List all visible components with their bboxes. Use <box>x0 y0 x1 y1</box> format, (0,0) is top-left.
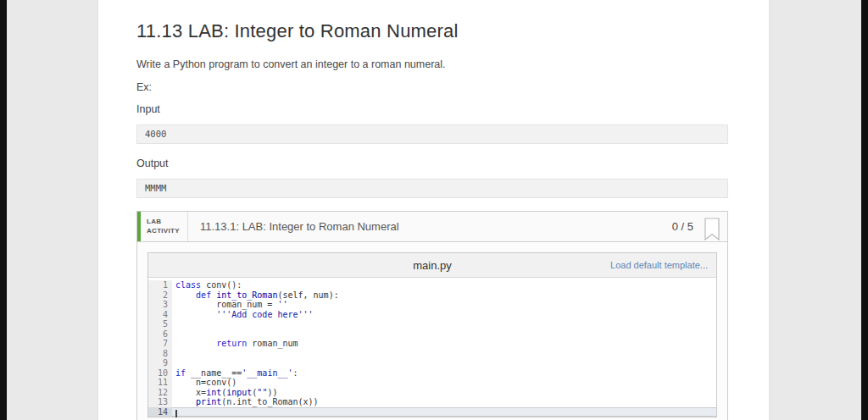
code-text <box>172 407 716 417</box>
code-line: 8 <box>148 349 716 359</box>
right-edge-bar <box>861 0 868 420</box>
code-text: print(n.int_to_Roman(x)) <box>172 397 716 407</box>
activity-score: 0 / 5 <box>672 220 693 233</box>
code-line: 12 x=int(input("")) <box>148 388 716 398</box>
line-number: 9 <box>148 358 172 368</box>
screen: 11.13 LAB: Integer to Roman Numeral Writ… <box>0 0 868 420</box>
lab-activity-header: LAB ACTIVITY 11.13.1: LAB: Integer to Ro… <box>137 212 727 242</box>
lab-badge-line2: ACTIVITY <box>147 227 187 236</box>
example-input-box: 4000 <box>136 124 728 144</box>
line-number: 4 <box>148 310 172 320</box>
line-number: 8 <box>148 349 172 359</box>
code-text: class conv(): <box>172 280 716 290</box>
input-label: Input <box>136 103 728 115</box>
line-number: 13 <box>148 397 172 407</box>
problem-description: Write a Python program to convert an int… <box>136 58 728 70</box>
line-number: 7 <box>148 339 172 349</box>
code-line: 14 <box>148 407 716 417</box>
code-lines[interactable]: 1class conv():2 def int_to_Roman(self, n… <box>148 278 716 417</box>
code-text: roman_num = '' <box>172 300 716 310</box>
line-number: 11 <box>148 378 172 388</box>
lab-badge: LAB ACTIVITY <box>141 212 188 241</box>
example-output-box: MMMM <box>136 179 728 198</box>
lab-activity-card: LAB ACTIVITY 11.13.1: LAB: Integer to Ro… <box>136 211 728 420</box>
code-text: if __name__=='__main__': <box>172 368 716 379</box>
code-line: 4 '''Add code here''' <box>148 310 716 320</box>
lab-card-body: main.py Load default template... 1class … <box>137 242 727 420</box>
code-text: n=conv() <box>172 378 716 388</box>
code-text: return roman_num <box>172 339 716 349</box>
code-line: 1class conv(): <box>148 280 716 290</box>
left-edge-bar <box>0 0 7 420</box>
activity-title: 11.13.1: LAB: Integer to Roman Numeral <box>188 212 672 241</box>
code-line: 11 n=conv() <box>148 378 716 388</box>
code-line: 5 <box>148 319 716 329</box>
text-cursor <box>175 410 177 417</box>
output-label: Output <box>136 158 728 169</box>
line-number: 5 <box>148 319 172 329</box>
code-line: 13 print(n.int_to_Roman(x)) <box>148 397 716 407</box>
code-text <box>172 358 716 368</box>
bookmark-icon <box>704 218 721 240</box>
code-text <box>172 319 716 329</box>
line-number: 2 <box>148 290 172 301</box>
code-line: 2 def int_to_Roman(self, num): <box>148 290 716 301</box>
line-number: 12 <box>148 388 172 398</box>
editor-header: main.py Load default template... <box>148 253 716 278</box>
editor-filename: main.py <box>413 259 452 272</box>
line-number: 1 <box>148 280 172 290</box>
code-line: 9 <box>148 358 716 368</box>
code-line: 7 return roman_num <box>148 339 716 349</box>
code-text: def int_to_Roman(self, num): <box>172 290 716 301</box>
code-line: 10if __name__=='__main__': <box>148 368 716 379</box>
code-line: 3 roman_num = '' <box>148 300 716 310</box>
load-default-template-link[interactable]: Load default template... <box>610 260 708 270</box>
page-title: 11.13 LAB: Integer to Roman Numeral <box>136 20 728 42</box>
code-text: '''Add code here''' <box>172 310 716 320</box>
example-label: Ex: <box>136 81 728 93</box>
line-number: 10 <box>148 368 172 379</box>
code-line: 6 <box>148 329 716 340</box>
code-editor[interactable]: main.py Load default template... 1class … <box>147 252 717 417</box>
score-area: 0 / 5 <box>672 212 727 241</box>
code-text: x=int(input("")) <box>172 388 716 398</box>
line-number: 6 <box>148 329 172 340</box>
content-area: 11.13 LAB: Integer to Roman Numeral Writ… <box>97 0 770 420</box>
lab-badge-line1: LAB <box>147 218 187 227</box>
code-text <box>172 349 716 359</box>
code-text <box>172 329 716 340</box>
line-number: 3 <box>148 300 172 310</box>
line-number: 14 <box>148 407 172 417</box>
